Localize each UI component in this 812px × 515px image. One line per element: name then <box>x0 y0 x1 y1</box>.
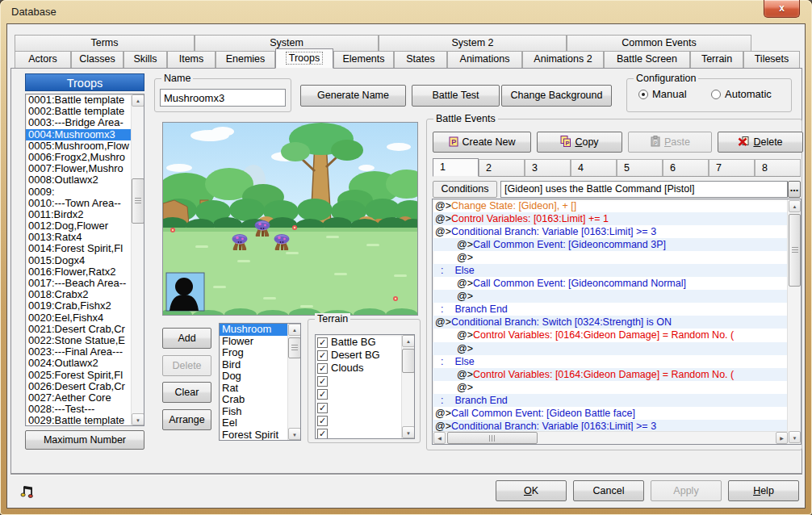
scroll-thumb[interactable] <box>132 178 144 224</box>
enemy-list-item[interactable]: Frog <box>220 347 288 359</box>
troop-list-item[interactable]: 0015:Dogx4 <box>26 255 132 266</box>
battle-preview[interactable] <box>162 122 418 316</box>
terrain-row-blank[interactable]: ✓ <box>316 414 402 427</box>
tab-classes[interactable]: Classes <box>71 51 123 68</box>
arrange-members-button[interactable]: Arrange <box>162 409 211 430</box>
checkbox-checked-icon[interactable]: ✓ <box>317 416 328 426</box>
event-command-line[interactable]: @>Call Common Event: [Gideon Battle face… <box>433 407 789 420</box>
terrain-row-blank[interactable]: ✓ <box>316 401 402 414</box>
scroll-thumb[interactable] <box>447 432 538 444</box>
create-new-event-button[interactable]: P Create New <box>433 132 531 153</box>
scroll-up-button[interactable]: ▲ <box>402 335 415 347</box>
apply-button[interactable]: Apply <box>651 480 722 501</box>
event-command-list[interactable]: @>Change State: [Gideon], + []@>Control … <box>432 199 802 445</box>
troop-list-item[interactable]: 0001:Battle template <box>26 94 132 106</box>
battle-test-button[interactable]: Battle Test <box>412 85 500 107</box>
event-command-line[interactable]: @> <box>433 342 789 355</box>
event-command-line[interactable]: @>Change State: [Gideon], + [] <box>433 199 789 212</box>
event-page-tab-4[interactable]: 4 <box>571 159 617 176</box>
troop-list-item[interactable]: 0011:Birdx2 <box>26 209 132 220</box>
event-page-tab-1[interactable]: 1 <box>433 158 479 177</box>
checkbox-checked-icon[interactable]: ✓ <box>317 337 328 348</box>
radio-manual[interactable]: Manual <box>638 88 687 100</box>
checkbox-checked-icon[interactable]: ✓ <box>317 403 328 413</box>
condition-more-button[interactable]: ... <box>788 181 801 198</box>
tab-animations-2[interactable]: Animations 2 <box>522 51 604 68</box>
enemy-list-item[interactable]: Rat <box>220 383 288 395</box>
tab-animations[interactable]: Animations <box>447 51 522 68</box>
event-page-tab-6[interactable]: 6 <box>663 159 709 176</box>
event-command-line[interactable]: :Branch End <box>433 303 789 316</box>
troop-list-item[interactable]: 0007:Flower,Mushro <box>26 163 132 174</box>
event-page-tab-8[interactable]: 8 <box>755 159 801 176</box>
troop-list-item[interactable]: 0021:Desert Crab,Cr <box>26 324 132 335</box>
event-page-tab-7[interactable]: 7 <box>709 159 755 176</box>
terrain-row-blank[interactable]: ✓ <box>316 375 402 388</box>
tab-items[interactable]: Items <box>167 51 216 68</box>
scroll-right-button[interactable]: ▶ <box>776 432 788 444</box>
tab-actors[interactable]: Actors <box>15 51 71 68</box>
troop-list-item[interactable]: 0025:Forest Spirit,Fl <box>26 370 132 381</box>
copy-event-button[interactable]: P Copy <box>537 132 622 153</box>
tab-skills[interactable]: Skills <box>123 51 167 68</box>
troop-list-item[interactable]: 0016:Flower,Ratx2 <box>26 266 132 278</box>
conditions-button[interactable]: Conditions <box>433 181 497 198</box>
close-button[interactable]: x <box>764 0 800 18</box>
enemy-list-item[interactable]: Dog <box>220 371 288 383</box>
event-vertical-scrollbar[interactable]: ▲ ▼ <box>787 199 801 444</box>
enemy-list-item[interactable]: Flower <box>220 336 288 348</box>
troop-list-item[interactable]: 0012:Dog,Flower <box>26 220 132 232</box>
troops-list-scrollbar[interactable]: ▲ ▼ <box>131 94 144 425</box>
troop-list-item[interactable]: 0026:Desert Crab,Cr <box>26 381 132 392</box>
enemy-list-scrollbar[interactable]: ▲ ▼ <box>287 324 300 440</box>
delete-member-button[interactable]: Delete <box>162 355 211 376</box>
terrain-scrollbar[interactable]: ▲ ▼ <box>401 335 414 438</box>
enemy-list-item[interactable]: Bird <box>220 359 288 371</box>
cancel-button[interactable]: Cancel <box>573 480 644 501</box>
event-command-line[interactable]: @> <box>433 290 789 303</box>
troop-list-item[interactable]: 0020:Eel,Fishx4 <box>26 312 132 324</box>
event-page-tab-5[interactable]: 5 <box>617 159 663 176</box>
troop-list-item[interactable]: 0008:Outlawx2 <box>26 174 132 186</box>
event-command-line[interactable]: @>Conditional Branch: Switch [0324:Stren… <box>433 316 789 329</box>
scroll-down-button[interactable]: ▼ <box>288 428 301 440</box>
title-bar[interactable]: Database x <box>0 0 812 23</box>
event-command-line[interactable]: @>Call Common Event: [Gideoncommand Norm… <box>433 277 789 290</box>
scroll-thumb[interactable] <box>789 214 801 287</box>
troop-list-item[interactable]: 0002:Battle template <box>26 106 132 117</box>
troop-list-item[interactable]: 0019:Crab,Fishx2 <box>26 300 132 312</box>
troops-listbox[interactable]: 0001:Battle template0002:Battle template… <box>25 94 144 426</box>
maximum-number-button[interactable]: Maximum Number <box>25 430 144 450</box>
event-command-line[interactable]: @> <box>433 251 789 264</box>
terrain-row-clouds[interactable]: ✓Clouds <box>316 362 402 375</box>
terrain-checkbox-list[interactable]: ✓Battle BG✓Desert BG✓Clouds✓✓✓✓✓ ▲ ▼ <box>315 334 415 439</box>
clear-members-button[interactable]: Clear <box>162 382 211 403</box>
terrain-row-blank[interactable]: ✓ <box>316 388 402 401</box>
event-command-line[interactable]: @>Conditional Branch: Variable [0163:Lim… <box>433 225 789 238</box>
troop-list-item[interactable]: 0009: <box>26 186 132 198</box>
tab-troops[interactable]: Troops <box>275 48 333 69</box>
troop-list-item[interactable]: 0005:Mushroom,Flow <box>26 140 132 152</box>
event-command-line[interactable]: :Else <box>433 355 789 368</box>
tab-elements[interactable]: Elements <box>333 51 394 68</box>
tab-states[interactable]: States <box>394 51 447 68</box>
tab-battle-screen[interactable]: Battle Screen <box>604 51 690 68</box>
tab-tilesets[interactable]: Tilesets <box>743 51 800 68</box>
add-member-button[interactable]: Add <box>162 328 211 349</box>
troop-list-item[interactable]: 0022:Stone Statue,E <box>26 335 132 346</box>
ok-button[interactable]: OK <box>496 480 567 501</box>
scroll-down-button[interactable]: ▼ <box>789 431 801 443</box>
generate-name-button[interactable]: Generate Name <box>300 85 406 107</box>
event-horizontal-scrollbar[interactable]: ◀ ▶ <box>433 431 789 444</box>
event-command-line[interactable]: @>Call Common Event: [Gideoncommand 3P] <box>433 238 789 251</box>
terrain-row-desert-bg[interactable]: ✓Desert BG <box>316 349 402 362</box>
event-command-line[interactable]: @>Control Variables: [0163:Limit] += 1 <box>433 212 789 225</box>
checkbox-checked-icon[interactable]: ✓ <box>317 363 328 374</box>
enemy-list-item[interactable]: Fish <box>220 406 288 418</box>
help-button[interactable]: Help <box>728 480 799 501</box>
scroll-left-button[interactable]: ◀ <box>433 432 446 444</box>
checkbox-checked-icon[interactable]: ✓ <box>317 350 328 361</box>
radio-automatic[interactable]: Automatic <box>711 88 772 100</box>
troop-list-item[interactable]: 0018:Crabx2 <box>26 289 132 300</box>
scroll-down-button[interactable]: ▼ <box>402 426 415 438</box>
